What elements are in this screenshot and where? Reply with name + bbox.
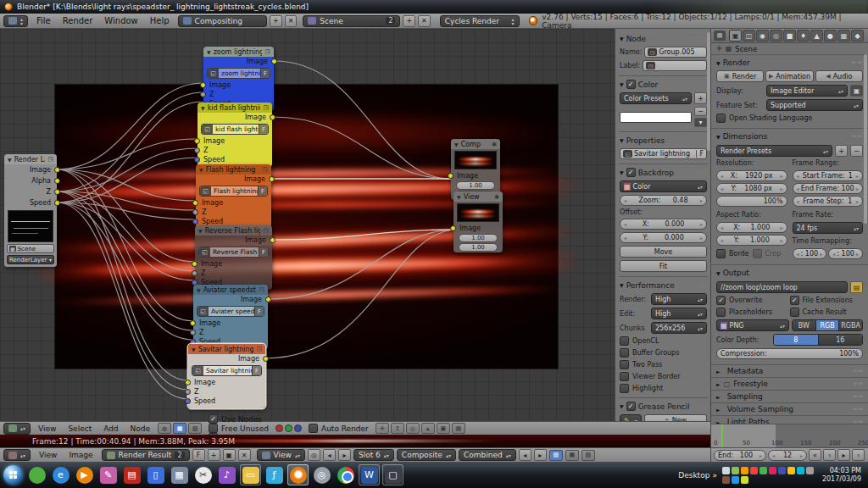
properties-tab-render-layers[interactable]: ◫	[743, 30, 755, 42]
properties-tab-scene[interactable]: ◉	[756, 30, 769, 42]
folder-icon[interactable]: ▤	[850, 281, 863, 293]
node-group-reverse-flash-lightning[interactable]: ▼ Reverse Flash lightning ◳ Image ◱ Reve…	[195, 225, 272, 290]
performance-checkbox-row[interactable]: OpenCL	[620, 336, 707, 346]
close-layout-button[interactable]: ✕	[418, 15, 431, 27]
backdrop-move-button[interactable]: Move	[620, 246, 707, 258]
taskbar-app-media-editor[interactable]: ♪	[216, 464, 237, 485]
node-header[interactable]: ▼ kid flash lightning ◳	[198, 103, 272, 113]
tray-icon[interactable]	[797, 467, 804, 474]
collapsed-panel[interactable]: ►Sampling==	[711, 391, 868, 403]
input-socket-speed[interactable]	[194, 157, 200, 163]
start-frame-slider[interactable]: ◂Start Frame:1▸	[793, 170, 864, 181]
performance-checkbox-row[interactable]: Highlight	[620, 384, 707, 393]
display-mode-dropdown[interactable]: Image Editor▴▾	[766, 85, 848, 97]
output-check-cache-result[interactable]: Cache Result	[790, 308, 864, 317]
fake-user-button[interactable]: F	[696, 150, 704, 158]
input-socket-speed[interactable]	[192, 219, 198, 225]
factor-slider[interactable]: 1.00	[459, 243, 498, 252]
collapse-triangle-icon[interactable]: ▼	[198, 228, 203, 234]
input-socket-image[interactable]	[192, 261, 198, 267]
menu-item[interactable]: Help	[144, 16, 175, 25]
current-frame-field[interactable]: ◂12▸	[768, 450, 807, 461]
render-layer-selector[interactable]: RenderLayer▾	[7, 255, 54, 264]
osl-checkbox[interactable]	[716, 114, 726, 123]
collapse-triangle-icon[interactable]: ▼	[192, 347, 196, 352]
blue-channel-dot[interactable]	[294, 424, 302, 432]
backdrop-channel-dropdown[interactable]: ▦Color▴▾	[620, 180, 707, 192]
panel-title[interactable]: Performance	[626, 281, 675, 290]
texture-nodes-toggle[interactable]: ▨	[188, 423, 202, 434]
remap-new-slider[interactable]: ◂: 100▸	[828, 248, 863, 259]
add-preset-button[interactable]: +	[694, 92, 707, 104]
perf-render-dropdown[interactable]: High▴▾	[651, 293, 707, 305]
backdrop-enable-checkbox[interactable]: ✓	[626, 168, 636, 177]
snap-icon[interactable]: ◎	[406, 423, 420, 434]
copy-icon[interactable]: ▣	[437, 423, 450, 434]
aspect-x-slider[interactable]: ◂X:1.000▸	[716, 222, 787, 233]
backdrop-zoom-slider[interactable]: ◂Zoom:0.48▸	[620, 195, 707, 206]
group-datablock-selector[interactable]: ◱ Flash lightning F	[199, 186, 268, 197]
output-socket-image[interactable]	[263, 356, 269, 362]
output-check-overwrite[interactable]: ✓Overwrite	[716, 296, 790, 305]
footer-toggle[interactable]: ✓Use Nodes	[209, 414, 269, 424]
fake-user-button[interactable]: F	[259, 125, 268, 134]
node-header[interactable]: ▼ Reverse Flash lightning ◳	[195, 225, 272, 236]
taskbar-app-paint[interactable]: ✎	[97, 464, 119, 485]
resolution-x-slider[interactable]: ◂X:1920 px▸	[716, 170, 787, 181]
node-group-savitar-lightning[interactable]: ▼ Savitar lightning ◳ Image ◱ Savitar li…	[188, 344, 265, 408]
input-socket-image[interactable]	[448, 173, 453, 179]
red-channel-dot[interactable]	[275, 424, 283, 432]
segment-rgba[interactable]: RGBA	[839, 320, 862, 330]
input-socket-speed[interactable]	[185, 398, 191, 404]
footer-toggle[interactable]: Free Unused	[209, 424, 269, 433]
backdrop-offset-y[interactable]: ◂Y:0.000▸	[620, 232, 707, 243]
image-menu-item[interactable]: Image	[63, 451, 98, 459]
input-socket-image[interactable]	[192, 200, 198, 206]
draw-channels-alpha[interactable]: ▦	[565, 450, 579, 461]
remove-preset-button[interactable]: −	[850, 145, 863, 157]
backdrop-offset-x[interactable]: ◂X:0.000▸	[620, 219, 707, 230]
next-pass-button[interactable]: ▸	[534, 449, 547, 461]
compression-slider[interactable]: Compression:100%	[716, 348, 863, 359]
input-socket-image[interactable]	[194, 138, 200, 144]
timeline-playhead[interactable]	[721, 424, 723, 447]
input-socket-image[interactable]	[185, 380, 191, 385]
output-socket[interactable]	[54, 200, 60, 206]
panel-title[interactable]: Grease Pencil	[638, 402, 690, 411]
display-extra-button[interactable]: ▣	[850, 85, 863, 97]
group-datablock-selector[interactable]: ◱ Aviater speedster F	[197, 306, 264, 317]
segment-rgb[interactable]: RGB	[816, 320, 840, 330]
taskbar-app-control-panel[interactable]: ▦	[169, 464, 190, 485]
crop-checkbox[interactable]	[753, 249, 762, 258]
backdrop-fit-button[interactable]: Fit	[620, 260, 707, 272]
shader-nodes-toggle[interactable]: ◍	[158, 423, 171, 434]
group-datablock-selector[interactable]: ◱ zoom lightning F	[207, 68, 270, 79]
tray-icon[interactable]	[760, 467, 767, 474]
node-name-field[interactable]: ◳Group.005	[644, 47, 707, 58]
node-render-layers[interactable]: ▼Render Layers◳ ImageAlphaZSpeed ▦Scene …	[4, 154, 57, 267]
tray-icon[interactable]	[732, 467, 739, 474]
unlink-image-button[interactable]: ✕	[238, 449, 251, 461]
node-color-swatch[interactable]	[620, 112, 692, 123]
input-socket-z[interactable]	[192, 270, 198, 276]
collapse-triangle-icon[interactable]: ▼	[201, 105, 205, 111]
file-format-dropdown[interactable]: ▦PNG▴▾	[716, 319, 789, 331]
taskbar-app-file-explorer[interactable]: ▭	[240, 464, 261, 485]
border-checkbox[interactable]	[716, 249, 726, 258]
panel-title[interactable]: Properties	[626, 136, 665, 145]
group-datablock-selector[interactable]: ◱ kid flash lightning F	[201, 124, 269, 135]
performance-checkbox-row[interactable]: Buffer Groups	[620, 348, 707, 358]
taskbar-app-internet-explorer[interactable]: e	[50, 464, 71, 485]
auto-render-toggle[interactable]: Auto Render	[309, 424, 369, 433]
output-socket-image[interactable]	[270, 237, 275, 243]
output-socket-image[interactable]	[270, 114, 275, 120]
node-header[interactable]: ▼View ◉	[453, 191, 503, 202]
input-socket-z[interactable]	[185, 389, 191, 395]
scene-selector[interactable]: ▦Scene	[7, 244, 54, 253]
play-button[interactable]: ▸	[837, 449, 850, 461]
taskbar-app-snipping-tool[interactable]: ✂	[192, 464, 214, 485]
fake-user-button[interactable]: F	[259, 247, 268, 257]
tray-icon[interactable]	[722, 467, 730, 474]
tray-icon[interactable]	[778, 467, 786, 474]
input-socket-image[interactable]	[200, 82, 206, 88]
